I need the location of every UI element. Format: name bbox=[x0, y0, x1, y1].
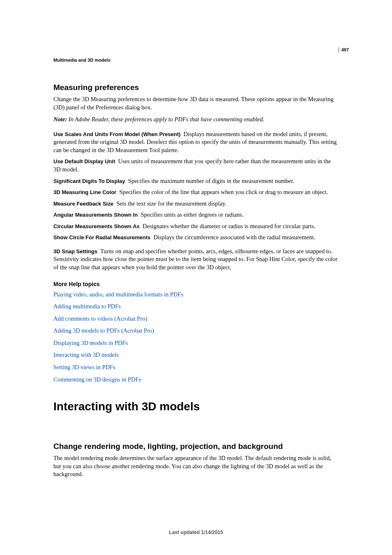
definition-item: 3D Snap Settings Turns on snap and speci… bbox=[53, 247, 339, 272]
page: 497 Multimedia and 3D models Measuring p… bbox=[0, 0, 392, 555]
running-header: Multimedia and 3D models bbox=[53, 58, 339, 62]
definition-desc: Specifies units as either degrees or rad… bbox=[141, 211, 243, 218]
intro-paragraph: Change the 3D Measuring preferences to d… bbox=[53, 95, 339, 111]
definition-term: Show Circle For Radial Measurements bbox=[53, 234, 150, 240]
help-link[interactable]: Playing video, audio, and multimedia for… bbox=[53, 291, 339, 299]
definition-item: Measure Feedback Size Sets the text size… bbox=[53, 200, 339, 208]
definition-term: 3D Measuring Line Color bbox=[53, 189, 116, 195]
definition-desc: Sets the text size for the measurement d… bbox=[116, 200, 226, 207]
help-link[interactable]: Setting 3D views in PDFs bbox=[53, 363, 339, 372]
definition-item: Significant Digits To Display Specifies … bbox=[53, 177, 339, 185]
definition-desc: Displays the circumference associated wi… bbox=[153, 234, 315, 240]
help-link[interactable]: Commenting on 3D designs in PDFs bbox=[53, 376, 339, 384]
definition-item: Show Circle For Radial Measurements Disp… bbox=[53, 234, 339, 242]
last-updated: Last updated 1/14/2015 bbox=[0, 530, 392, 535]
definition-item: Use Default Display Unit Uses units of m… bbox=[53, 157, 339, 173]
definition-item: 3D Measuring Line Color Specifies the co… bbox=[53, 188, 339, 197]
help-link[interactable]: Interacting with 3D models bbox=[53, 351, 339, 359]
definition-term: Measure Feedback Size bbox=[53, 201, 113, 207]
note-label: Note: bbox=[53, 116, 67, 123]
chapter-heading: Interacting with 3D models bbox=[53, 400, 339, 413]
definition-item: Angular Measurements Shown In Specifies … bbox=[53, 211, 339, 219]
definition-term: Use Default Display Unit bbox=[53, 158, 115, 164]
help-link[interactable]: Add comments to videos (Acrobat Pro) bbox=[53, 315, 339, 323]
more-help-heading: More Help topics bbox=[53, 281, 339, 287]
definition-term: Angular Measurements Shown In bbox=[53, 212, 138, 218]
definition-item: Circular Measurements Shown As Designate… bbox=[53, 222, 339, 231]
page-number: 497 bbox=[339, 47, 349, 52]
definition-desc: Specifies the maximum number of digits i… bbox=[128, 178, 294, 184]
definition-desc: Specifies the color of the line that app… bbox=[119, 189, 328, 195]
definition-term: Circular Measurements Shown As bbox=[53, 223, 140, 229]
help-link[interactable]: Adding multimedia to PDFs bbox=[53, 303, 339, 311]
rendering-paragraph: The model rendering mode determines the … bbox=[53, 454, 339, 479]
help-link[interactable]: Displaying 3D models in PDFs bbox=[53, 339, 339, 347]
section-heading-rendering: Change rendering mode, lighting, project… bbox=[53, 442, 339, 451]
help-link[interactable]: Adding 3D models to PDFs (Acrobat Pro) bbox=[53, 327, 339, 335]
note-text: In Adobe Reader, these preferences apply… bbox=[67, 116, 264, 123]
definition-term: 3D Snap Settings bbox=[53, 248, 97, 254]
definition-desc: Designates whether the diameter or radiu… bbox=[143, 223, 316, 229]
definition-term: Use Scales And Units From Model (When Pr… bbox=[53, 131, 180, 137]
definition-item: Use Scales And Units From Model (When Pr… bbox=[53, 130, 339, 155]
note-paragraph: Note: In Adobe Reader, these preferences… bbox=[53, 116, 339, 124]
section-heading-measuring-preferences: Measuring preferences bbox=[53, 83, 339, 92]
definition-term: Significant Digits To Display bbox=[53, 178, 125, 184]
